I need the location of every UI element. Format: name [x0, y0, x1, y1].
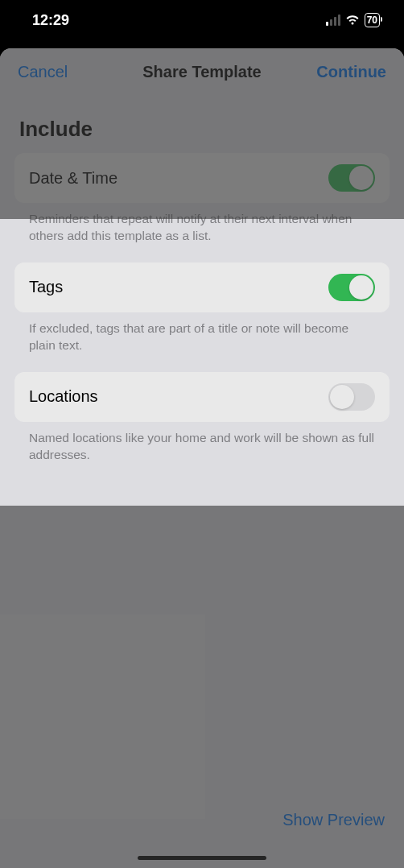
- status-indicators: 70: [326, 13, 380, 27]
- locations-row: Locations: [14, 372, 390, 422]
- status-time: 12:29: [32, 12, 69, 29]
- battery-icon: 70: [365, 13, 380, 27]
- continue-button[interactable]: Continue: [316, 63, 386, 81]
- content-area: Include Date & Time Reminders that repea…: [0, 117, 404, 482]
- datetime-label: Date & Time: [29, 169, 117, 188]
- tags-label: Tags: [29, 278, 63, 296]
- tags-toggle[interactable]: [328, 274, 375, 301]
- toggle-knob: [330, 385, 354, 409]
- home-indicator[interactable]: [138, 856, 266, 860]
- locations-label: Locations: [29, 387, 98, 406]
- wifi-icon: [345, 14, 360, 26]
- locations-footer: Named locations like your home and work …: [14, 422, 390, 482]
- tags-row: Tags: [14, 262, 390, 312]
- include-header: Include: [19, 117, 385, 142]
- toggle-knob: [349, 166, 373, 190]
- datetime-footer: Reminders that repeat will notify at the…: [14, 203, 390, 262]
- status-bar: 12:29 70: [0, 0, 404, 40]
- share-template-sheet: Cancel Share Template Continue Include D…: [0, 48, 404, 868]
- navigation-bar: Cancel Share Template Continue: [0, 48, 404, 96]
- tags-footer: If excluded, tags that are part of a tit…: [14, 312, 390, 372]
- page-title: Share Template: [142, 63, 261, 81]
- show-preview-button[interactable]: Show Preview: [282, 811, 385, 829]
- cellular-icon: [326, 14, 340, 26]
- datetime-toggle[interactable]: [328, 164, 375, 192]
- datetime-row: Date & Time: [14, 153, 390, 203]
- toggle-knob: [349, 275, 373, 300]
- cancel-button[interactable]: Cancel: [18, 63, 68, 81]
- locations-toggle[interactable]: [328, 383, 375, 411]
